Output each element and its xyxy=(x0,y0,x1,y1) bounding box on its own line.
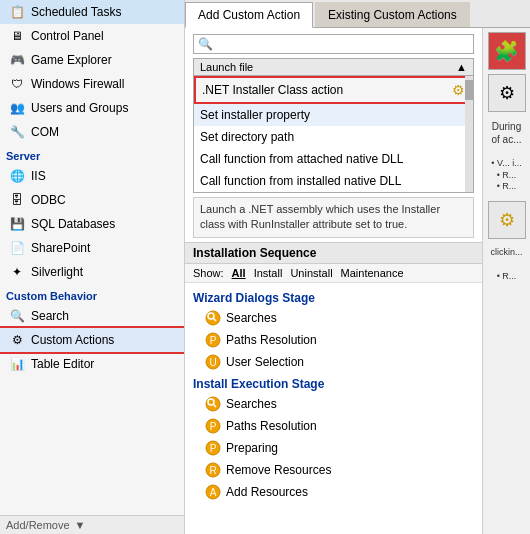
user-selection-icon: U xyxy=(205,354,221,370)
gear2-button[interactable]: ⚙ xyxy=(488,201,526,239)
paths-wizard-icon: P xyxy=(205,332,221,348)
silverlight-icon: ✦ xyxy=(8,263,26,281)
sidebar-item-search[interactable]: 🔍 Search xyxy=(0,304,184,328)
sidebar-item-iis[interactable]: 🌐 IIS xyxy=(0,164,184,188)
add-remove-label: Add/Remove xyxy=(6,519,70,531)
sidebar-item-label: SharePoint xyxy=(31,241,90,255)
sidebar-item-label: Control Panel xyxy=(31,29,104,43)
sidebar-item-sql[interactable]: 💾 SQL Databases xyxy=(0,212,184,236)
seq-item-user-selection[interactable]: U User Selection xyxy=(185,351,482,373)
seq-item-add-resources[interactable]: A Add Resources xyxy=(185,481,482,503)
filter-install[interactable]: Install xyxy=(254,267,283,279)
sharepoint-icon: 📄 xyxy=(8,239,26,257)
show-label: Show: xyxy=(193,267,224,279)
clicking-text: clickin... xyxy=(488,243,524,263)
center-panel: 🔍 Launch file ▲ .NET Installer Class act… xyxy=(185,28,482,534)
svg-text:P: P xyxy=(210,421,217,432)
search-input[interactable] xyxy=(217,37,469,51)
search-icon: 🔍 xyxy=(198,37,213,51)
sidebar-item-sharepoint[interactable]: 📄 SharePoint xyxy=(0,236,184,260)
seq-item-remove-resources[interactable]: R Remove Resources xyxy=(185,459,482,481)
custom-behavior-header: Custom Behavior xyxy=(0,286,184,304)
seq-item-searches-install[interactable]: Searches xyxy=(185,393,482,415)
list-item-set-property[interactable]: Set installer property xyxy=(194,104,473,126)
sidebar-item-users-groups[interactable]: 👥 Users and Groups xyxy=(0,96,184,120)
game-explorer-icon: 🎮 xyxy=(8,51,26,69)
add-remove-button[interactable]: Add/Remove ▼ xyxy=(0,515,184,534)
sidebar-item-label: SQL Databases xyxy=(31,217,115,231)
sequence-header: Installation Sequence xyxy=(185,242,482,264)
add-remove-chevron-icon: ▼ xyxy=(75,519,86,531)
searches-wizard-icon xyxy=(205,310,221,326)
list-scrollbar-area: .NET Installer Class action ⚙ Set instal… xyxy=(194,76,473,192)
list-scroll-up-icon[interactable]: ▲ xyxy=(456,61,467,73)
svg-text:U: U xyxy=(209,357,216,368)
iis-icon: 🌐 xyxy=(8,167,26,185)
bullets-text: • V... i... • R... • R... xyxy=(489,154,523,197)
puzzle-button[interactable]: 🧩 xyxy=(488,32,526,70)
svg-text:P: P xyxy=(210,443,217,454)
svg-text:R: R xyxy=(209,465,216,476)
search-box[interactable]: 🔍 xyxy=(193,34,474,54)
gear-icon: ⚙ xyxy=(452,82,465,98)
sidebar-item-label: Scheduled Tasks xyxy=(31,5,122,19)
server-section-header: Server xyxy=(0,146,184,164)
list-item-call-attached[interactable]: Call function from attached native DLL xyxy=(194,148,473,170)
control-panel-icon: 🖥 xyxy=(8,27,26,45)
sidebar-item-label: Users and Groups xyxy=(31,101,128,115)
paths-install-icon: P xyxy=(205,418,221,434)
svg-text:A: A xyxy=(210,487,217,498)
search-icon: 🔍 xyxy=(8,307,26,325)
users-groups-icon: 👥 xyxy=(8,99,26,117)
sidebar-item-odbc[interactable]: 🗄 ODBC xyxy=(0,188,184,212)
sidebar-item-custom-actions[interactable]: ⚙ Custom Actions xyxy=(0,328,184,352)
main-panel: Add Custom Action Existing Custom Action… xyxy=(185,0,530,534)
sidebar-item-scheduled-tasks[interactable]: 📋 Scheduled Tasks xyxy=(0,0,184,24)
sidebar-item-label: Search xyxy=(31,309,69,323)
filter-all[interactable]: All xyxy=(232,267,246,279)
com-icon: 🔧 xyxy=(8,123,26,141)
show-bar: Show: All Install Uninstall Maintenance xyxy=(185,264,482,283)
list-item-call-installed[interactable]: Call function from installed native DLL xyxy=(194,170,473,192)
add-resources-icon: A xyxy=(205,484,221,500)
bullet4-text: • R... xyxy=(495,267,519,287)
settings-button[interactable]: ⚙ xyxy=(488,74,526,112)
filter-uninstall[interactable]: Uninstall xyxy=(290,267,332,279)
sidebar-item-label: Game Explorer xyxy=(31,53,112,67)
sql-icon: 💾 xyxy=(8,215,26,233)
sidebar-item-com[interactable]: 🔧 COM xyxy=(0,120,184,144)
install-execution-stage-title: Install Execution Stage xyxy=(185,373,482,393)
filter-maintenance[interactable]: Maintenance xyxy=(341,267,404,279)
during-text: During of ac... xyxy=(489,116,523,150)
launch-file-list: Launch file ▲ .NET Installer Class actio… xyxy=(193,58,474,193)
tab-existing-custom-actions[interactable]: Existing Custom Actions xyxy=(315,2,470,27)
seq-item-paths-install[interactable]: P Paths Resolution xyxy=(185,415,482,437)
sidebar-item-label: Custom Actions xyxy=(31,333,114,347)
sidebar-item-game-explorer[interactable]: 🎮 Game Explorer xyxy=(0,48,184,72)
sidebar-item-label: Table Editor xyxy=(31,357,94,371)
tab-add-custom-action[interactable]: Add Custom Action xyxy=(185,2,313,28)
custom-actions-icon: ⚙ xyxy=(8,331,26,349)
main-content: 🔍 Launch file ▲ .NET Installer Class act… xyxy=(185,28,530,534)
list-item-net-installer[interactable]: .NET Installer Class action ⚙ xyxy=(194,76,473,104)
remove-resources-icon: R xyxy=(205,462,221,478)
sequence-content: Wizard Dialogs Stage Searches xyxy=(185,283,482,534)
preparing-icon: P xyxy=(205,440,221,456)
odbc-icon: 🗄 xyxy=(8,191,26,209)
sidebar-item-label: Windows Firewall xyxy=(31,77,124,91)
description-box: Launch a .NET assembly which uses the In… xyxy=(193,197,474,238)
seq-item-preparing[interactable]: P Preparing xyxy=(185,437,482,459)
seq-item-paths-wizard[interactable]: P Paths Resolution xyxy=(185,329,482,351)
list-item-set-dir[interactable]: Set directory path xyxy=(194,126,473,148)
sidebar: 📋 Scheduled Tasks 🖥 Control Panel 🎮 Game… xyxy=(0,0,185,534)
sidebar-item-table-editor[interactable]: 📊 Table Editor xyxy=(0,352,184,376)
right-panel: 🧩 ⚙ During of ac... • V... i... • R... •… xyxy=(482,28,530,534)
seq-item-searches-wizard[interactable]: Searches xyxy=(185,307,482,329)
sidebar-item-control-panel[interactable]: 🖥 Control Panel xyxy=(0,24,184,48)
sidebar-item-label: IIS xyxy=(31,169,46,183)
launch-file-header: Launch file ▲ xyxy=(194,59,473,76)
sidebar-item-label: Silverlight xyxy=(31,265,83,279)
table-editor-icon: 📊 xyxy=(8,355,26,373)
sidebar-item-windows-firewall[interactable]: 🛡 Windows Firewall xyxy=(0,72,184,96)
sidebar-item-silverlight[interactable]: ✦ Silverlight xyxy=(0,260,184,284)
